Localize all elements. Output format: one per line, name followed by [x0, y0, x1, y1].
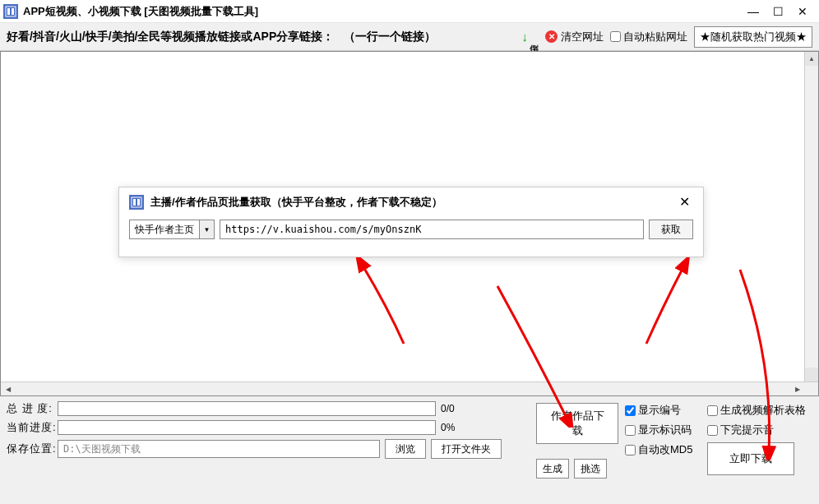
dialog-title: 主播/作者作品页批量获取（快手平台整改，作者下载不稳定） — [150, 195, 676, 210]
fetch-button[interactable]: 获取 — [649, 220, 693, 239]
done-notify-checkbox[interactable]: 下完提示音 — [707, 423, 812, 437]
toolbar-label: 好看/抖音/火山/快手/美拍/全民等视频播放链接或APP分享链接： — [7, 30, 334, 44]
total-progress-text: 0/0 — [441, 403, 465, 414]
gen-parse-table-input[interactable] — [707, 405, 718, 416]
url-textarea[interactable]: ▲ ▼ ◀ ▶ 主播/作者作品页批量获取（快手平台整改，作者下载不稳定） ✕ 快… — [0, 51, 819, 396]
dialog-icon — [129, 195, 144, 210]
author-download-button[interactable]: 作者作品下载 — [536, 403, 618, 444]
done-notify-label: 下完提示音 — [720, 423, 774, 437]
app-icon — [3, 4, 18, 19]
svg-rect-5 — [137, 199, 140, 206]
author-url-input[interactable] — [220, 220, 644, 239]
random-hot-button[interactable]: ★随机获取热门视频★ — [694, 26, 812, 48]
scroll-up-icon[interactable]: ▲ — [805, 52, 818, 66]
auto-md5-label: 自动改MD5 — [638, 442, 692, 457]
clear-urls-button[interactable]: ✕ 清空网址 — [545, 30, 604, 44]
show-id-label: 显示标识码 — [638, 423, 692, 437]
show-id-input[interactable] — [625, 425, 636, 436]
platform-select[interactable]: 快手作者主页 ▼ — [129, 220, 215, 239]
scroll-right-icon[interactable]: ▶ — [790, 382, 804, 395]
current-progress-bar — [58, 420, 436, 435]
total-progress-bar — [58, 401, 436, 416]
generate-button[interactable]: 生成 — [536, 459, 569, 479]
dialog-close-button[interactable]: ✕ — [676, 194, 693, 210]
annotation-arrow-icon — [638, 257, 696, 348]
horizontal-scrollbar[interactable]: ◀ ▶ — [1, 381, 818, 395]
platform-select-value: 快手作者主页 — [130, 223, 199, 237]
reverse-sort-button[interactable]: ↓ 倒序 — [522, 30, 539, 44]
auto-md5-checkbox[interactable]: 自动改MD5 — [625, 442, 701, 457]
scroll-left-icon[interactable]: ◀ — [1, 382, 15, 395]
gen-parse-table-checkbox[interactable]: 生成视频解析表格 — [707, 403, 812, 418]
arrow-down-icon: ↓ — [522, 30, 529, 44]
close-button[interactable]: ✕ — [796, 5, 809, 18]
window-controls: — ☐ ✕ — [747, 5, 816, 18]
svg-rect-2 — [12, 8, 14, 15]
save-path-input[interactable] — [58, 440, 380, 458]
show-number-input[interactable] — [625, 405, 636, 416]
show-number-checkbox[interactable]: 显示编号 — [625, 403, 701, 418]
open-folder-button[interactable]: 打开文件夹 — [431, 439, 502, 459]
total-progress-label: 总 进 度: — [7, 401, 53, 416]
titlebar: APP短视频、小视频下载 [天图视频批量下载工具] — ☐ ✕ — [0, 0, 819, 23]
toolbar-hint: （一行一个链接） — [344, 30, 436, 44]
auto-paste-label: 自动粘贴网址 — [623, 30, 687, 44]
svg-rect-1 — [7, 8, 10, 15]
chevron-down-icon: ▼ — [199, 220, 214, 238]
vertical-scrollbar[interactable]: ▲ ▼ — [804, 52, 818, 381]
clear-icon: ✕ — [545, 30, 558, 43]
done-notify-input[interactable] — [707, 425, 718, 436]
download-now-button[interactable]: 立即下载 — [707, 442, 794, 475]
auto-paste-checkbox[interactable]: 自动粘贴网址 — [610, 30, 687, 44]
svg-rect-3 — [132, 197, 141, 207]
svg-rect-0 — [6, 7, 16, 16]
show-number-label: 显示编号 — [638, 403, 681, 418]
window-title: APP短视频、小视频下载 [天图视频批量下载工具] — [23, 4, 747, 19]
toolbar: 好看/抖音/火山/快手/美拍/全民等视频播放链接或APP分享链接： （一行一个链… — [0, 23, 819, 51]
current-progress-label: 当前进度: — [7, 420, 53, 435]
scroll-down-icon[interactable]: ▼ — [805, 368, 818, 381]
bottom-panel: 总 进 度: 0/0 当前进度: 0% 保存位置: 浏览 打开文件夹 作者作品下… — [0, 396, 819, 504]
maximize-button[interactable]: ☐ — [771, 5, 784, 18]
pick-button[interactable]: 挑选 — [574, 459, 607, 479]
show-id-checkbox[interactable]: 显示标识码 — [625, 423, 701, 437]
gen-parse-table-label: 生成视频解析表格 — [720, 403, 806, 418]
auto-paste-input[interactable] — [610, 31, 621, 42]
annotation-arrow-icon — [354, 257, 412, 348]
dialog-header: 主播/作者作品页批量获取（快手平台整改，作者下载不稳定） ✕ — [119, 187, 703, 215]
browse-button[interactable]: 浏览 — [385, 439, 426, 459]
clear-label: 清空网址 — [561, 30, 604, 44]
save-path-label: 保存位置: — [7, 442, 53, 456]
current-progress-text: 0% — [441, 422, 465, 433]
minimize-button[interactable]: — — [747, 5, 760, 18]
author-fetch-dialog: 主播/作者作品页批量获取（快手平台整改，作者下载不稳定） ✕ 快手作者主页 ▼ … — [118, 187, 704, 257]
auto-md5-input[interactable] — [625, 445, 636, 455]
svg-rect-4 — [133, 199, 136, 206]
dialog-body: 快手作者主页 ▼ 获取 — [119, 215, 703, 244]
